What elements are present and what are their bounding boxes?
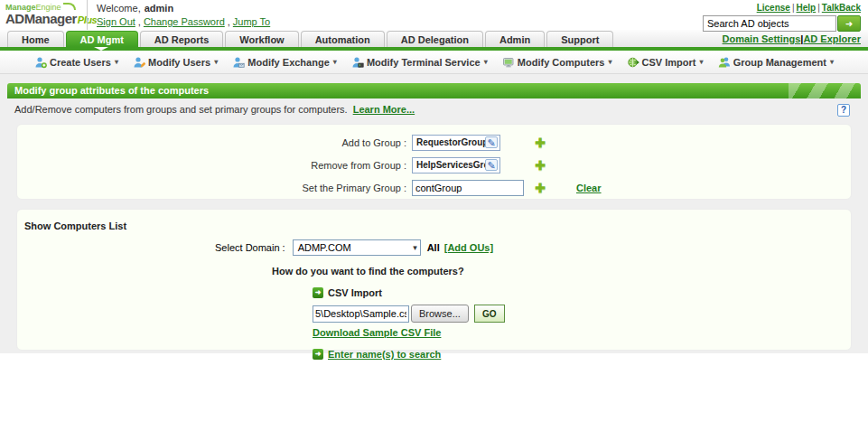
show-computers-heading: Show Computers List bbox=[17, 220, 851, 231]
green-arrow-icon: ➜ bbox=[313, 287, 323, 298]
primary-group-input[interactable] bbox=[412, 180, 524, 196]
edit-icon[interactable]: ✎ bbox=[485, 136, 498, 148]
create-users-menu[interactable]: Create Users▾ bbox=[34, 56, 118, 69]
csv-file-row: Browse... GO bbox=[313, 305, 851, 323]
action-toolbar: Create Users▾ Modify Users▾ Modify Excha… bbox=[0, 51, 868, 74]
chevron-down-icon: ▾ bbox=[830, 58, 834, 66]
remove-group-plus-icon[interactable]: ✚ bbox=[531, 158, 549, 173]
chevron-down-icon: ▾ bbox=[484, 58, 488, 66]
domain-select[interactable]: ADMP.COM ▾ bbox=[293, 239, 421, 256]
modify-computers-menu[interactable]: Modify Computers▾ bbox=[502, 56, 612, 69]
group-attributes-panel: Add to Group : RequestorGroup... ✎ ✚ Rem… bbox=[16, 124, 852, 200]
page-title-bar: Modify group attributes of the computers bbox=[7, 83, 861, 98]
user-add-icon bbox=[34, 56, 47, 69]
tab-ad-delegation[interactable]: AD Delegation bbox=[387, 31, 483, 47]
page: ManageEngine ADManagerPlus Welcome,admin… bbox=[0, 0, 868, 422]
add-to-group-row: Add to Group : RequestorGroup... ✎ ✚ bbox=[17, 133, 851, 152]
search-button[interactable]: ➜ bbox=[837, 15, 861, 32]
modify-exchange-menu[interactable]: Modify Exchange▾ bbox=[232, 56, 336, 69]
edit-icon[interactable]: ✎ bbox=[485, 159, 498, 171]
show-computers-panel: Show Computers List Select Domain : ADMP… bbox=[16, 209, 852, 351]
modify-users-menu[interactable]: Modify Users▾ bbox=[133, 56, 218, 69]
add-ous-link[interactable]: [Add OUs] bbox=[444, 242, 493, 253]
sign-out-link[interactable]: Sign Out bbox=[97, 16, 135, 27]
tab-workflow[interactable]: Workflow bbox=[225, 31, 298, 47]
group-icon bbox=[718, 56, 731, 69]
chevron-down-icon: ▾ bbox=[699, 58, 703, 66]
active-tab-notch bbox=[94, 47, 108, 51]
logo-swoosh-icon bbox=[63, 3, 76, 10]
main-nav-tabs: Home AD Mgmt AD Reports Workflow Automat… bbox=[0, 30, 868, 47]
chevron-down-icon: ▾ bbox=[115, 58, 118, 66]
learn-more-link[interactable]: Learn More... bbox=[353, 104, 415, 115]
page-title: Modify group attributes of the computers bbox=[14, 85, 209, 96]
brand-main: ADManagerPlus bbox=[5, 12, 87, 27]
primary-group-plus-icon[interactable]: ✚ bbox=[531, 181, 549, 195]
group-management-menu[interactable]: Group Management▾ bbox=[718, 56, 834, 69]
clear-link[interactable]: Clear bbox=[576, 183, 602, 193]
top-bar: ManageEngine ADManagerPlus Welcome,admin… bbox=[0, 0, 868, 30]
top-right-area: License|Help|TalkBack ➜ bbox=[701, 0, 868, 30]
user-terminal-icon bbox=[351, 56, 364, 69]
chevron-down-icon: ▾ bbox=[333, 58, 337, 66]
enter-names-search-link[interactable]: Enter name(s) to search bbox=[328, 349, 441, 360]
find-computers-question: How do you want to find the computers? bbox=[272, 266, 851, 277]
domain-settings-link[interactable]: Domain Settings bbox=[723, 33, 801, 44]
modify-terminal-service-menu[interactable]: Modify Terminal Service▾ bbox=[351, 56, 488, 69]
help-icon[interactable]: ? bbox=[837, 104, 850, 117]
tab-automation[interactable]: Automation bbox=[301, 31, 385, 47]
tab-ad-mgmt[interactable]: AD Mgmt bbox=[66, 31, 138, 47]
user-exchange-icon bbox=[232, 56, 245, 69]
content-area: Modify group attributes of the computers… bbox=[0, 74, 868, 353]
csv-import-icon bbox=[627, 56, 639, 69]
all-label: All bbox=[427, 242, 440, 253]
tab-ad-reports[interactable]: AD Reports bbox=[140, 31, 224, 47]
license-link[interactable]: License bbox=[757, 3, 790, 13]
add-group-plus-icon[interactable]: ✚ bbox=[531, 136, 549, 150]
select-domain-row: Select Domain : ADMP.COM ▾ All [Add OUs] bbox=[215, 239, 851, 256]
user-edit-icon bbox=[133, 56, 145, 69]
active-tab-strip bbox=[0, 47, 868, 51]
green-arrow-icon: ➜ bbox=[313, 349, 323, 360]
change-password-link[interactable]: Change Password bbox=[144, 16, 225, 27]
add-to-group-picker[interactable]: RequestorGroup... ✎ bbox=[412, 135, 500, 151]
add-to-group-label: Add to Group : bbox=[17, 137, 412, 148]
search-input[interactable] bbox=[703, 15, 836, 32]
remove-from-group-label: Remove from Group : bbox=[17, 160, 412, 171]
csv-import-block: ➜ CSV Import Browse... GO Download Sampl… bbox=[313, 287, 851, 360]
header-stripes-decoration bbox=[789, 83, 861, 98]
ad-explorer-link[interactable]: AD Explorer bbox=[803, 33, 861, 44]
chevron-down-icon: ▾ bbox=[214, 58, 218, 66]
talkback-link[interactable]: TalkBack bbox=[822, 3, 861, 13]
help-link[interactable]: Help bbox=[797, 3, 817, 13]
username: admin bbox=[145, 3, 173, 14]
welcome-area: Welcome,admin Sign Out,Change Password,J… bbox=[87, 0, 701, 30]
csv-import-menu[interactable]: CSV Import▾ bbox=[627, 56, 704, 69]
remove-from-group-row: Remove from Group : HelpServicesGro... ✎… bbox=[17, 155, 851, 174]
remove-from-group-picker[interactable]: HelpServicesGro... ✎ bbox=[412, 157, 500, 173]
tab-support[interactable]: Support bbox=[546, 31, 613, 47]
welcome-text: Welcome,admin bbox=[97, 3, 701, 14]
chevron-down-icon: ▾ bbox=[413, 243, 417, 252]
csv-import-label: CSV Import bbox=[328, 287, 382, 298]
app-logo[interactable]: ManageEngine ADManagerPlus bbox=[0, 0, 87, 30]
select-domain-label: Select Domain : bbox=[215, 242, 285, 253]
arrow-right-icon: ➜ bbox=[845, 19, 853, 29]
download-sample-csv-link[interactable]: Download Sample CSV File bbox=[313, 327, 441, 338]
jump-to-link[interactable]: Jump To bbox=[233, 16, 270, 27]
browse-button[interactable]: Browse... bbox=[411, 305, 469, 323]
tab-home[interactable]: Home bbox=[7, 31, 64, 47]
csv-file-input[interactable] bbox=[313, 305, 409, 323]
chevron-down-icon: ▾ bbox=[608, 58, 611, 66]
go-button[interactable]: GO bbox=[474, 305, 505, 323]
primary-group-label: Set the Primary Group : bbox=[17, 183, 412, 193]
tab-admin[interactable]: Admin bbox=[485, 31, 545, 47]
computer-icon bbox=[502, 56, 515, 69]
primary-group-row: Set the Primary Group : ✚ Clear bbox=[17, 178, 851, 197]
page-subtitle-row: Add/Remove computers from groups and set… bbox=[7, 98, 861, 120]
page-subtitle: Add/Remove computers from groups and set… bbox=[14, 104, 348, 115]
